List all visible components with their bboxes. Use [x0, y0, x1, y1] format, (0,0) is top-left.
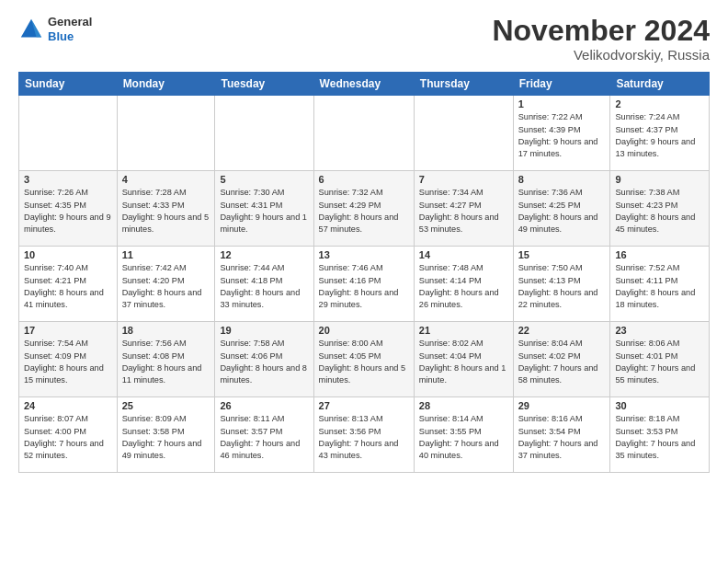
- day-number: 10: [24, 249, 112, 260]
- day-number: 25: [122, 400, 210, 411]
- table-row: [313, 96, 414, 171]
- day-number: 23: [615, 325, 704, 336]
- table-row: 10Sunrise: 7:40 AM Sunset: 4:21 PM Dayli…: [19, 247, 118, 322]
- table-row: [215, 96, 313, 171]
- table-row: 2Sunrise: 7:24 AM Sunset: 4:37 PM Daylig…: [610, 96, 710, 171]
- day-info: Sunrise: 7:58 AM Sunset: 4:06 PM Dayligh…: [220, 338, 308, 386]
- calendar-week-1: 1Sunrise: 7:22 AM Sunset: 4:39 PM Daylig…: [19, 96, 710, 171]
- day-info: Sunrise: 8:07 AM Sunset: 4:00 PM Dayligh…: [24, 413, 112, 462]
- day-info: Sunrise: 8:14 AM Sunset: 3:55 PM Dayligh…: [419, 413, 508, 462]
- table-row: 9Sunrise: 7:38 AM Sunset: 4:23 PM Daylig…: [610, 171, 710, 247]
- day-info: Sunrise: 7:54 AM Sunset: 4:09 PM Dayligh…: [24, 338, 112, 386]
- day-info: Sunrise: 8:11 AM Sunset: 3:57 PM Dayligh…: [220, 413, 308, 462]
- day-info: Sunrise: 7:46 AM Sunset: 4:16 PM Dayligh…: [319, 262, 409, 311]
- day-info: Sunrise: 7:38 AM Sunset: 4:23 PM Dayligh…: [615, 187, 704, 236]
- day-info: Sunrise: 7:44 AM Sunset: 4:18 PM Dayligh…: [220, 262, 308, 311]
- day-number: 27: [319, 400, 409, 411]
- day-info: Sunrise: 8:16 AM Sunset: 3:54 PM Dayligh…: [518, 413, 606, 462]
- day-number: 21: [419, 325, 508, 336]
- th-tuesday: Tuesday: [215, 73, 313, 96]
- day-number: 4: [122, 174, 210, 185]
- day-info: Sunrise: 7:22 AM Sunset: 4:39 PM Dayligh…: [518, 111, 606, 160]
- table-row: 7Sunrise: 7:34 AM Sunset: 4:27 PM Daylig…: [414, 171, 513, 247]
- calendar-week-5: 24Sunrise: 8:07 AM Sunset: 4:00 PM Dayli…: [19, 397, 710, 473]
- table-row: 14Sunrise: 7:48 AM Sunset: 4:14 PM Dayli…: [414, 247, 513, 322]
- day-number: 16: [615, 249, 704, 260]
- day-info: Sunrise: 8:06 AM Sunset: 4:01 PM Dayligh…: [615, 338, 704, 386]
- day-info: Sunrise: 7:56 AM Sunset: 4:08 PM Dayligh…: [122, 338, 210, 386]
- page: General Blue November 2024 Velikodvorski…: [0, 0, 728, 563]
- day-number: 17: [24, 325, 112, 336]
- calendar-table: Sunday Monday Tuesday Wednesday Thursday…: [18, 72, 710, 473]
- month-title: November 2024: [492, 15, 710, 47]
- day-number: 20: [319, 325, 409, 336]
- day-info: Sunrise: 7:24 AM Sunset: 4:37 PM Dayligh…: [615, 111, 704, 160]
- calendar-week-4: 17Sunrise: 7:54 AM Sunset: 4:09 PM Dayli…: [19, 322, 710, 397]
- day-info: Sunrise: 7:50 AM Sunset: 4:13 PM Dayligh…: [518, 262, 606, 311]
- table-row: 20Sunrise: 8:00 AM Sunset: 4:05 PM Dayli…: [313, 322, 414, 397]
- logo-blue: Blue: [48, 29, 92, 44]
- day-info: Sunrise: 7:26 AM Sunset: 4:35 PM Dayligh…: [24, 187, 112, 236]
- day-number: 15: [518, 249, 606, 260]
- table-row: 6Sunrise: 7:32 AM Sunset: 4:29 PM Daylig…: [313, 171, 414, 247]
- day-info: Sunrise: 7:32 AM Sunset: 4:29 PM Dayligh…: [319, 187, 409, 236]
- location-subtitle: Velikodvorskiy, Russia: [492, 47, 710, 63]
- day-number: 12: [220, 249, 308, 260]
- table-row: [19, 96, 118, 171]
- th-wednesday: Wednesday: [313, 73, 414, 96]
- logo-general: General: [48, 15, 92, 29]
- day-info: Sunrise: 8:09 AM Sunset: 3:58 PM Dayligh…: [122, 413, 210, 462]
- day-number: 13: [319, 249, 409, 260]
- day-number: 6: [319, 174, 409, 185]
- day-number: 2: [615, 98, 704, 109]
- table-row: 21Sunrise: 8:02 AM Sunset: 4:04 PM Dayli…: [414, 322, 513, 397]
- day-number: 26: [220, 400, 308, 411]
- day-number: 5: [220, 174, 308, 185]
- logo: General Blue: [18, 15, 92, 43]
- table-row: 28Sunrise: 8:14 AM Sunset: 3:55 PM Dayli…: [414, 397, 513, 473]
- table-row: 4Sunrise: 7:28 AM Sunset: 4:33 PM Daylig…: [117, 171, 215, 247]
- day-info: Sunrise: 7:28 AM Sunset: 4:33 PM Dayligh…: [122, 187, 210, 236]
- day-number: 30: [615, 400, 704, 411]
- table-row: 23Sunrise: 8:06 AM Sunset: 4:01 PM Dayli…: [610, 322, 710, 397]
- day-number: 14: [419, 249, 508, 260]
- th-thursday: Thursday: [414, 73, 513, 96]
- day-info: Sunrise: 8:18 AM Sunset: 3:53 PM Dayligh…: [615, 413, 704, 462]
- title-block: November 2024 Velikodvorskiy, Russia: [492, 15, 710, 63]
- header: General Blue November 2024 Velikodvorski…: [18, 15, 710, 63]
- table-row: 22Sunrise: 8:04 AM Sunset: 4:02 PM Dayli…: [513, 322, 610, 397]
- day-number: 3: [24, 174, 112, 185]
- logo-icon: [18, 17, 44, 42]
- th-monday: Monday: [117, 73, 215, 96]
- day-number: 1: [518, 98, 606, 109]
- th-friday: Friday: [513, 73, 610, 96]
- table-row: 19Sunrise: 7:58 AM Sunset: 4:06 PM Dayli…: [215, 322, 313, 397]
- day-info: Sunrise: 7:48 AM Sunset: 4:14 PM Dayligh…: [419, 262, 508, 311]
- table-row: 5Sunrise: 7:30 AM Sunset: 4:31 PM Daylig…: [215, 171, 313, 247]
- day-number: 24: [24, 400, 112, 411]
- day-number: 19: [220, 325, 308, 336]
- calendar-week-3: 10Sunrise: 7:40 AM Sunset: 4:21 PM Dayli…: [19, 247, 710, 322]
- day-info: Sunrise: 7:36 AM Sunset: 4:25 PM Dayligh…: [518, 187, 606, 236]
- day-info: Sunrise: 8:02 AM Sunset: 4:04 PM Dayligh…: [419, 338, 508, 386]
- day-info: Sunrise: 7:42 AM Sunset: 4:20 PM Dayligh…: [122, 262, 210, 311]
- table-row: 25Sunrise: 8:09 AM Sunset: 3:58 PM Dayli…: [117, 397, 215, 473]
- calendar-header-row: Sunday Monday Tuesday Wednesday Thursday…: [19, 73, 710, 96]
- table-row: 3Sunrise: 7:26 AM Sunset: 4:35 PM Daylig…: [19, 171, 118, 247]
- table-row: 27Sunrise: 8:13 AM Sunset: 3:56 PM Dayli…: [313, 397, 414, 473]
- table-row: 12Sunrise: 7:44 AM Sunset: 4:18 PM Dayli…: [215, 247, 313, 322]
- calendar-week-2: 3Sunrise: 7:26 AM Sunset: 4:35 PM Daylig…: [19, 171, 710, 247]
- th-saturday: Saturday: [610, 73, 710, 96]
- day-info: Sunrise: 7:30 AM Sunset: 4:31 PM Dayligh…: [220, 187, 308, 236]
- day-number: 28: [419, 400, 508, 411]
- day-number: 9: [615, 174, 704, 185]
- table-row: 17Sunrise: 7:54 AM Sunset: 4:09 PM Dayli…: [19, 322, 118, 397]
- th-sunday: Sunday: [19, 73, 118, 96]
- table-row: [117, 96, 215, 171]
- table-row: 13Sunrise: 7:46 AM Sunset: 4:16 PM Dayli…: [313, 247, 414, 322]
- table-row: 1Sunrise: 7:22 AM Sunset: 4:39 PM Daylig…: [513, 96, 610, 171]
- day-number: 11: [122, 249, 210, 260]
- day-number: 18: [122, 325, 210, 336]
- day-number: 7: [419, 174, 508, 185]
- day-number: 8: [518, 174, 606, 185]
